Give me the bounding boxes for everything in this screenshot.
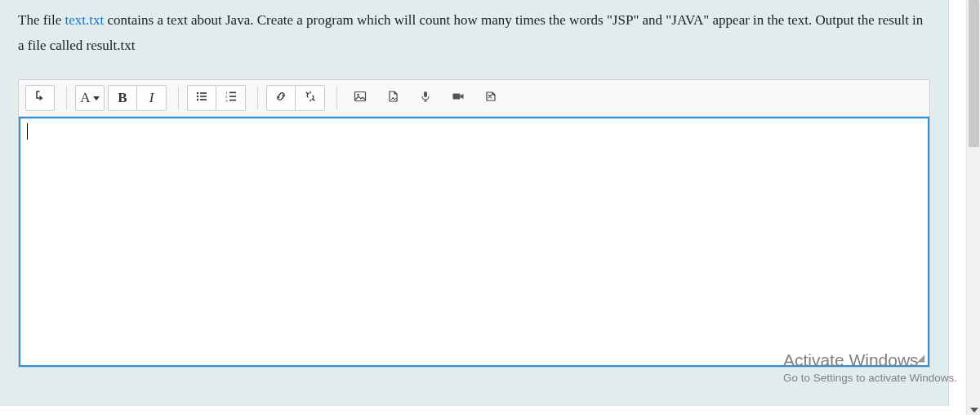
svg-text:3: 3 <box>225 99 228 103</box>
insert-image-button[interactable] <box>345 85 375 111</box>
unordered-list-button[interactable] <box>187 85 216 111</box>
font-style-dropdown[interactable]: A <box>75 85 105 111</box>
question-suffix: contains a text about Java. Create a pro… <box>18 12 923 53</box>
video-icon <box>452 90 465 107</box>
svg-point-13 <box>357 93 359 95</box>
microphone-icon <box>419 90 432 107</box>
text-direction-button[interactable] <box>25 85 55 111</box>
vertical-scrollbar[interactable] <box>966 0 980 415</box>
toolbar-separator <box>336 87 337 109</box>
remove-link-button[interactable] <box>296 85 325 111</box>
svg-point-0 <box>197 91 198 93</box>
chevron-down-icon <box>93 96 100 100</box>
italic-button[interactable]: I <box>137 85 167 111</box>
text-cursor <box>27 123 28 140</box>
arrow-down-right-icon <box>33 90 47 107</box>
bold-button[interactable]: B <box>108 85 137 111</box>
insert-file-button[interactable] <box>378 85 408 111</box>
resize-handle-icon[interactable]: ◢ <box>917 352 924 364</box>
scrollbar-thumb[interactable] <box>969 0 979 147</box>
svg-rect-3 <box>200 96 207 97</box>
svg-rect-12 <box>355 91 366 100</box>
svg-rect-1 <box>200 92 207 94</box>
svg-rect-11 <box>229 99 236 100</box>
scrollbar-down-arrow-icon[interactable] <box>970 408 978 413</box>
toolbar-separator <box>66 87 67 109</box>
list-ol-icon: 123 <box>225 90 238 107</box>
insert-link-button[interactable] <box>266 85 296 111</box>
svg-rect-5 <box>200 99 207 100</box>
insert-attachment-button[interactable] <box>476 85 506 111</box>
italic-label: I <box>149 90 154 106</box>
editor-toolbar: A B I 123 <box>19 80 929 117</box>
question-prefix: The file <box>18 12 65 28</box>
svg-rect-15 <box>424 91 427 97</box>
rich-text-editor: A B I 123 <box>18 79 930 368</box>
file-icon <box>386 90 399 107</box>
svg-rect-9 <box>229 96 236 97</box>
toolbar-separator <box>257 87 258 109</box>
bold-label: B <box>118 90 127 106</box>
record-audio-button[interactable] <box>411 85 440 111</box>
image-icon <box>354 90 367 107</box>
question-panel: The file text.txt contains a text about … <box>0 0 949 406</box>
svg-point-2 <box>197 95 198 96</box>
link-icon <box>274 90 287 107</box>
toolbar-separator <box>178 87 179 109</box>
attachment-icon <box>484 90 497 107</box>
record-video-button[interactable] <box>443 85 473 111</box>
list-ul-icon <box>195 90 208 107</box>
question-text: The file text.txt contains a text about … <box>18 8 930 58</box>
svg-point-4 <box>197 98 198 100</box>
file-link[interactable]: text.txt <box>65 12 105 28</box>
svg-rect-7 <box>229 91 236 93</box>
editor-textarea[interactable]: ◢ <box>19 117 929 367</box>
ordered-list-button[interactable]: 123 <box>216 85 246 111</box>
font-label: A <box>80 90 90 106</box>
svg-rect-16 <box>453 93 461 99</box>
unlink-icon <box>304 90 317 107</box>
